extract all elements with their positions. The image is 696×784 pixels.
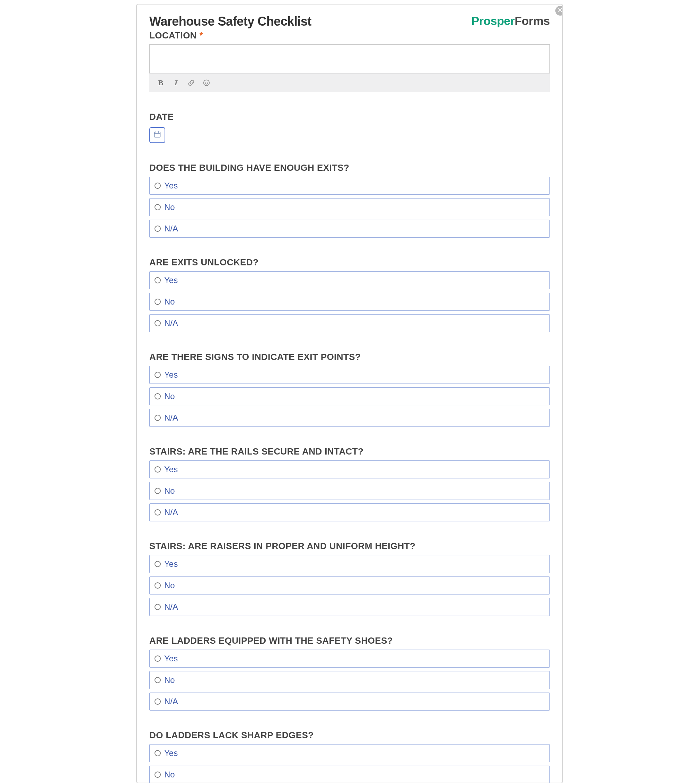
richtext-toolbar: B I (149, 73, 550, 92)
option-label: N/A (164, 224, 178, 234)
options-group: YesNoN/A (149, 555, 550, 616)
radio-icon (155, 561, 161, 567)
required-indicator: * (199, 30, 203, 41)
italic-icon[interactable]: I (172, 79, 180, 87)
brand-name-a: Prosper (472, 14, 515, 27)
option-label: Yes (164, 181, 178, 191)
bold-icon[interactable]: B (157, 79, 165, 87)
radio-icon (155, 204, 161, 210)
option-label: N/A (164, 602, 178, 612)
option-yes[interactable]: Yes (149, 744, 550, 762)
calendar-icon (153, 130, 161, 140)
close-button[interactable] (555, 6, 563, 16)
option-yes[interactable]: Yes (149, 366, 550, 384)
option-na[interactable]: N/A (149, 220, 550, 238)
option-label: N/A (164, 413, 178, 423)
option-label: Yes (164, 370, 178, 380)
svg-point-2 (207, 82, 208, 82)
link-icon[interactable] (188, 79, 195, 87)
option-label: No (164, 486, 175, 496)
question-label: DO LADDERS LACK SHARP EDGES? (149, 730, 550, 741)
brand-logo: ProsperForms (472, 14, 550, 27)
option-label: N/A (164, 697, 178, 707)
option-yes[interactable]: Yes (149, 650, 550, 668)
question-label: ARE EXITS UNLOCKED? (149, 257, 550, 268)
option-label: Yes (164, 275, 178, 285)
option-no[interactable]: No (149, 766, 550, 783)
option-yes[interactable]: Yes (149, 555, 550, 573)
option-no[interactable]: No (149, 387, 550, 405)
radio-icon (155, 698, 161, 705)
option-yes[interactable]: Yes (149, 177, 550, 195)
svg-point-0 (204, 80, 210, 86)
radio-icon (155, 604, 161, 610)
option-label: No (164, 770, 175, 779)
radio-icon (155, 677, 161, 683)
question-section: STAIRS: ARE THE RAILS SECURE AND INTACT?… (149, 446, 550, 521)
option-no[interactable]: No (149, 482, 550, 500)
radio-icon (155, 183, 161, 189)
option-na[interactable]: N/A (149, 693, 550, 711)
radio-icon (155, 277, 161, 283)
radio-icon (155, 582, 161, 589)
question-section: STAIRS: ARE RAISERS IN PROPER AND UNIFOR… (149, 541, 550, 616)
brand-name-b: Forms (515, 14, 550, 27)
option-na[interactable]: N/A (149, 598, 550, 616)
form-title: Warehouse Safety Checklist (149, 14, 311, 29)
option-na[interactable]: N/A (149, 314, 550, 332)
radio-icon (155, 509, 161, 516)
date-picker-button[interactable] (149, 127, 165, 143)
question-label: DOES THE BUILDING HAVE ENOUGH EXITS? (149, 163, 550, 173)
option-label: No (164, 581, 175, 590)
header-row: Warehouse Safety Checklist ProsperForms (149, 14, 550, 29)
radio-icon (155, 393, 161, 399)
radio-icon (155, 771, 161, 778)
svg-rect-3 (155, 132, 160, 137)
location-label-row: LOCATION * (149, 30, 550, 41)
radio-icon (155, 415, 161, 421)
form-card: Warehouse Safety Checklist ProsperForms … (136, 4, 563, 783)
option-label: N/A (164, 318, 178, 328)
options-group: YesNoN/A (149, 650, 550, 711)
page-root: Warehouse Safety Checklist ProsperForms … (0, 0, 696, 784)
option-label: Yes (164, 654, 178, 664)
question-label: ARE THERE SIGNS TO INDICATE EXIT POINTS? (149, 352, 550, 362)
option-label: Yes (164, 748, 178, 758)
option-yes[interactable]: Yes (149, 460, 550, 478)
location-input[interactable] (149, 44, 550, 73)
options-group: YesNoN/A (149, 177, 550, 238)
radio-icon (155, 488, 161, 494)
option-na[interactable]: N/A (149, 409, 550, 427)
options-group: YesNoN/A (149, 460, 550, 521)
radio-icon (155, 466, 161, 473)
option-no[interactable]: No (149, 671, 550, 689)
radio-icon (155, 656, 161, 662)
options-group: YesNoN/A (149, 744, 550, 783)
emoji-icon[interactable] (203, 79, 210, 87)
form-body: Warehouse Safety Checklist ProsperForms … (137, 5, 562, 783)
question-section: DO LADDERS LACK SHARP EDGES?YesNoN/A (149, 730, 550, 783)
option-no[interactable]: No (149, 198, 550, 216)
question-label: ARE LADDERS EQUIPPED WITH THE SAFETY SHO… (149, 636, 550, 646)
svg-point-1 (205, 82, 206, 82)
option-label: No (164, 392, 175, 401)
option-yes[interactable]: Yes (149, 271, 550, 289)
date-label: DATE (149, 112, 550, 122)
option-no[interactable]: No (149, 576, 550, 595)
option-label: No (164, 202, 175, 212)
option-na[interactable]: N/A (149, 503, 550, 521)
options-group: YesNoN/A (149, 366, 550, 427)
location-field: B I (149, 44, 550, 92)
option-label: Yes (164, 464, 178, 474)
option-label: N/A (164, 507, 178, 517)
option-label: No (164, 297, 175, 306)
location-label: LOCATION (149, 30, 197, 41)
radio-icon (155, 750, 161, 756)
option-label: Yes (164, 559, 178, 569)
questions-list: DOES THE BUILDING HAVE ENOUGH EXITS?YesN… (149, 163, 550, 783)
option-no[interactable]: No (149, 293, 550, 311)
radio-icon (155, 372, 161, 378)
question-section: ARE EXITS UNLOCKED?YesNoN/A (149, 257, 550, 332)
radio-icon (155, 320, 161, 326)
close-icon (558, 8, 563, 14)
